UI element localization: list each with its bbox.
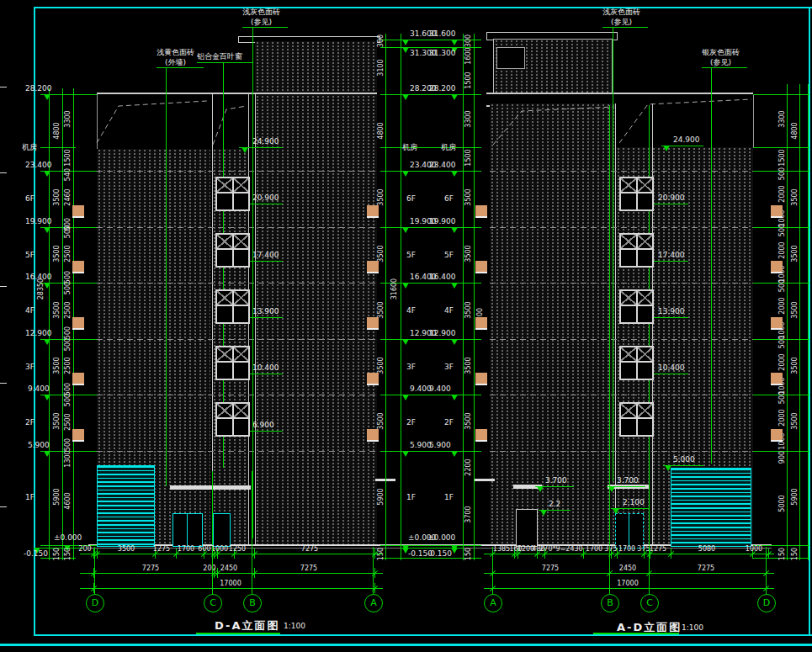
elevation-value: 9.400 (28, 384, 50, 393)
ruler-tick (0, 506, 7, 507)
ac-unit (367, 317, 379, 330)
grid-line-stub (609, 547, 610, 594)
window-pane (234, 306, 249, 322)
window-pane (621, 404, 636, 417)
cad-canvas: 28.20023.40019.90016.40012.9009.4005.900… (0, 0, 812, 652)
window-pane (234, 347, 249, 361)
vertical-dim-value: 5000 (778, 479, 786, 529)
elevation-marker-triangle-icon (44, 171, 50, 177)
grid-bubble: D (86, 594, 104, 612)
grid-line-stub (94, 547, 95, 594)
window-pane (217, 250, 232, 266)
window-pane (234, 419, 249, 435)
elevation-marker-triangle-icon (402, 395, 409, 400)
elevation-value: 13.900 (658, 307, 685, 315)
floor-label: 6F (25, 194, 34, 203)
elevation-marker-triangle-icon (451, 40, 458, 45)
dim-row-line (80, 554, 383, 554)
vertical-dim-value: 5900 (377, 472, 385, 522)
elevation-marker-triangle-icon (608, 486, 615, 492)
ruler-tick (0, 87, 7, 87)
elevation-value: 31.300 (429, 49, 456, 57)
frame-left (34, 7, 35, 636)
window (215, 289, 250, 324)
floor-line (97, 171, 377, 172)
floor-line (490, 227, 753, 228)
elevation-marker-triangle-icon (402, 283, 409, 289)
dim-value: 1000 (729, 545, 779, 553)
vertical-dim-value: 3500 (791, 396, 799, 447)
window (215, 402, 250, 437)
vertical-dim-value: 4800 (791, 106, 799, 156)
window-pane (638, 363, 653, 379)
window-pane (217, 178, 232, 192)
elevation-value: 13.900 (252, 307, 279, 315)
elevation-value: 17.400 (252, 251, 279, 259)
window-pane (234, 178, 249, 192)
floor-label: 2F (406, 418, 416, 427)
vertical-dim-value: 150 (53, 529, 61, 580)
floor-line (97, 451, 377, 452)
floor-label: 机房 (402, 143, 417, 151)
elevation-value: -0.150 (427, 549, 452, 558)
window-pane (638, 235, 653, 248)
material-callout-text: 铝合金百叶窗 (197, 51, 242, 61)
elevation-marker-triangle-icon (402, 339, 409, 345)
elevation-marker-triangle-icon (402, 451, 409, 457)
elevation-marker-triangle-icon (451, 339, 458, 345)
window-pane (234, 250, 249, 266)
vertical-dim-value: 3500 (53, 172, 61, 223)
vertical-dim-value: 3500 (53, 229, 61, 279)
callout-leader-line (166, 67, 167, 486)
window-pane (638, 404, 653, 417)
vertical-dim-value: 150 (64, 529, 72, 580)
frame-bottom-outer (0, 644, 812, 646)
vertical-dim-value: 3500 (464, 341, 472, 391)
grid-line-stub (373, 547, 374, 594)
dim-extension-line (401, 34, 401, 560)
ac-unit (72, 429, 84, 442)
dim-value: 7275 (525, 565, 576, 572)
floor-line (490, 339, 753, 340)
ac-unit (475, 261, 487, 273)
ac-unit (771, 261, 783, 273)
callout-underline (197, 62, 252, 63)
dim-row-line (484, 588, 774, 589)
elevation-value: 6.900 (252, 421, 274, 429)
frame-top (34, 7, 812, 8)
dim-extension-line (787, 84, 788, 560)
ac-unit (475, 373, 487, 385)
double-door-left-mullion (187, 513, 188, 545)
window-pane (638, 291, 653, 305)
elevation-value: 24.900 (252, 137, 279, 146)
dim-extension-line (808, 84, 809, 560)
drawing-title: D-A立面图 (215, 618, 280, 633)
elevation-value: 20.900 (658, 193, 685, 202)
elevation-marker-triangle-icon (44, 451, 50, 457)
floor-line (97, 283, 377, 284)
floor-line (97, 395, 377, 395)
callout-leader-line (613, 27, 613, 481)
frame-bottom-inner (34, 634, 812, 636)
material-callout-text: 浅灰色面砖(参见) (242, 7, 280, 27)
grid-line-stub (492, 547, 493, 594)
floor-label: 机房 (22, 143, 37, 151)
dim-extension-line (212, 471, 213, 547)
floor-label: 1F (25, 493, 34, 501)
elevation-value: 23.400 (25, 161, 52, 169)
vertical-dim-value: 3500 (791, 285, 799, 336)
vertical-dim-value: 2200 (464, 443, 472, 493)
grid-line-stub (649, 547, 650, 594)
window (215, 177, 250, 211)
floor-line (490, 395, 753, 395)
elevation-value: 17.400 (658, 251, 685, 259)
dim-value: 7275 (681, 565, 731, 572)
callout-underline (157, 67, 204, 68)
frame-right (809, 7, 810, 636)
dim-extension-line (609, 105, 610, 547)
side-canopy-right (475, 479, 495, 481)
ruler-tick (0, 383, 7, 384)
window (619, 233, 654, 268)
window-pane (217, 404, 232, 417)
vertical-dim-value: 3500 (464, 396, 472, 447)
